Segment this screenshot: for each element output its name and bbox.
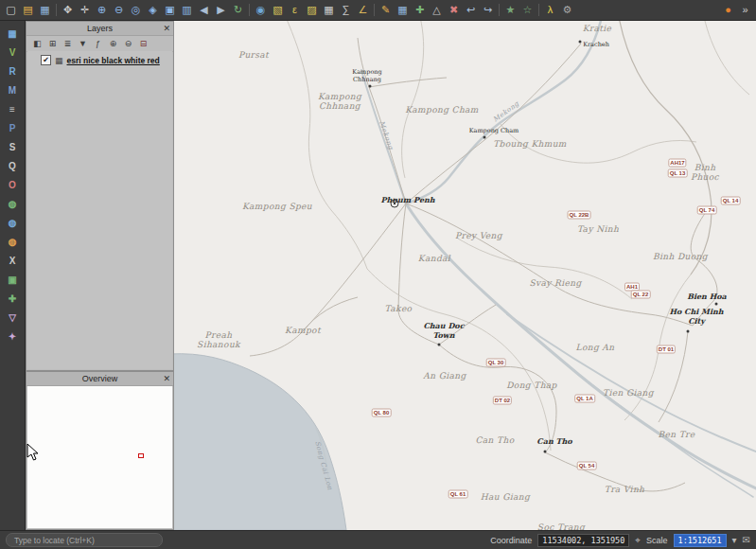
- add-feature-icon[interactable]: ✚: [412, 2, 428, 18]
- region-label: Kandal: [418, 254, 450, 263]
- open-attribute-table-icon[interactable]: ▦: [321, 2, 337, 18]
- road-shield: AH1: [624, 283, 640, 292]
- region-label: Can Tho: [476, 435, 515, 445]
- qgis-window: ▢▤▦✥✛⊕⊖◎◈▣▥◀▶↻◉▧ε▨▦∑∠✎▦✚△✖↩↪★☆λ⚙●» ▦VRM≡…: [0, 0, 756, 549]
- add-spatialite-layer-icon[interactable]: S: [4, 139, 21, 154]
- measure-line-icon[interactable]: ∠: [355, 2, 371, 18]
- river-label: Song Cai Lon: [313, 440, 334, 491]
- map-canvas[interactable]: KratiePursatKampong ChhnangKampong ChamT…: [174, 21, 756, 530]
- city-label: Kracheh: [583, 41, 609, 48]
- toolbar-overflow-icon[interactable]: »: [737, 2, 753, 18]
- add-mesh-layer-icon[interactable]: M: [4, 82, 21, 97]
- add-delimited-text-icon[interactable]: ≡: [4, 101, 21, 116]
- new-bookmark-icon[interactable]: ★: [502, 2, 519, 18]
- overview-map[interactable]: [27, 386, 172, 528]
- region-label: Soc Trang: [537, 522, 585, 530]
- road-shield: AH17: [668, 159, 686, 168]
- filter-by-expression-icon[interactable]: ƒ: [92, 38, 104, 50]
- delete-selected-icon[interactable]: ✖: [446, 2, 462, 18]
- select-by-expression-icon[interactable]: ε: [287, 2, 303, 18]
- road-shield: QL 30: [486, 359, 506, 367]
- new-geopackage-layer-icon[interactable]: ▣: [4, 272, 21, 287]
- zoom-next-icon[interactable]: ▶: [213, 2, 229, 18]
- scale-dropdown-icon[interactable]: ▾: [732, 535, 737, 545]
- river-label: Mekong: [492, 99, 520, 123]
- data-source-manager-icon[interactable]: ▦: [4, 26, 21, 41]
- road-shield: QL 80: [372, 409, 392, 417]
- add-wms-layer-icon[interactable]: ◍: [4, 196, 21, 211]
- collapse-all-icon[interactable]: ⊖: [122, 38, 134, 50]
- city-label: Phnum Penh: [380, 195, 434, 204]
- zoom-to-layer-icon[interactable]: ▥: [179, 2, 195, 18]
- road-shield: QL 1A: [574, 395, 595, 403]
- region-label: Preah Sihanouk: [197, 330, 240, 349]
- zoom-full-icon[interactable]: ◈: [145, 2, 161, 18]
- map-refresh-icon[interactable]: ↻: [230, 2, 246, 18]
- processing-toolbox-icon[interactable]: ⚙: [559, 2, 575, 18]
- road-shield: QL 14: [721, 197, 741, 205]
- road-shield: DT 02: [493, 397, 512, 405]
- identify-features-icon[interactable]: ◉: [253, 2, 269, 18]
- style-manager-icon[interactable]: ✦: [4, 328, 21, 344]
- add-postgis-layer-icon[interactable]: P: [4, 120, 21, 135]
- undo-icon[interactable]: ↩: [463, 2, 479, 18]
- pan-to-selection-icon[interactable]: ✛: [77, 2, 93, 18]
- project-open-icon[interactable]: ▤: [20, 2, 36, 18]
- add-group-icon[interactable]: ⊞: [46, 38, 59, 50]
- filter-legend-icon[interactable]: ▼: [77, 38, 89, 50]
- new-virtual-layer-icon[interactable]: ▽: [4, 310, 21, 325]
- zoom-to-selection-icon[interactable]: ▣: [162, 2, 178, 18]
- toggle-editing-icon[interactable]: ✎: [378, 2, 394, 18]
- road-shield: QL 54: [577, 462, 597, 470]
- manage-map-themes-icon[interactable]: ≣: [62, 38, 74, 50]
- scale-field[interactable]: 1:1512651: [674, 534, 727, 547]
- region-label: Kampong Speu: [242, 202, 312, 211]
- layer-name[interactable]: esri nice black white red: [67, 56, 160, 65]
- city-label: Ho Chi Minh City: [669, 307, 723, 326]
- project-save-icon[interactable]: ▦: [37, 2, 53, 18]
- save-layer-edits-icon[interactable]: ▦: [395, 2, 411, 18]
- field-calculator-icon[interactable]: ∑: [338, 2, 354, 18]
- add-wfs-layer-icon[interactable]: ◍: [4, 234, 21, 249]
- add-xyz-layer-icon[interactable]: X: [4, 253, 21, 268]
- expand-all-icon[interactable]: ⊕: [107, 38, 119, 50]
- show-bookmarks-icon[interactable]: ☆: [519, 2, 536, 18]
- region-label: Dong Thap: [506, 381, 557, 390]
- redo-icon[interactable]: ↪: [480, 2, 496, 18]
- add-vector-layer-icon[interactable]: V: [4, 44, 21, 60]
- pan-map-icon[interactable]: ✥: [60, 2, 76, 18]
- notification-dot-icon[interactable]: ●: [720, 2, 736, 18]
- project-new-icon[interactable]: ▢: [3, 2, 19, 18]
- messages-icon[interactable]: ✉: [743, 535, 750, 545]
- city-label: Kampong Chhnang: [352, 68, 381, 83]
- add-mssql-layer-icon[interactable]: Q: [4, 158, 21, 173]
- region-label: Pursat: [238, 50, 269, 60]
- zoom-in-icon[interactable]: ⊕: [94, 2, 110, 18]
- add-raster-layer-icon[interactable]: R: [4, 63, 21, 79]
- zoom-last-icon[interactable]: ◀: [196, 2, 212, 18]
- add-wcs-layer-icon[interactable]: ◍: [4, 215, 21, 230]
- python-console-icon[interactable]: λ: [542, 2, 558, 18]
- region-label: Kampong Chhnang: [318, 92, 361, 111]
- deselect-features-icon[interactable]: ▨: [304, 2, 320, 18]
- extents-icon[interactable]: ⌖: [635, 535, 641, 546]
- layer-item[interactable]: ✔ ▦ esri nice black white red: [27, 51, 172, 65]
- zoom-native-icon[interactable]: ◎: [128, 2, 144, 18]
- close-icon[interactable]: ✕: [163, 22, 170, 35]
- layer-visibility-checkbox[interactable]: ✔: [41, 55, 51, 65]
- zoom-out-icon[interactable]: ⊖: [111, 2, 127, 18]
- vertex-tool-icon[interactable]: △: [429, 2, 445, 18]
- locate-input[interactable]: Type to locate (Ctrl+K): [6, 533, 163, 547]
- coordinate-field[interactable]: 11534002, 1351950: [537, 534, 629, 547]
- remove-layer-icon[interactable]: ⊟: [137, 38, 149, 50]
- region-label: Tay Ninh: [577, 224, 619, 234]
- add-oracle-layer-icon[interactable]: O: [4, 177, 21, 192]
- open-layer-styling-icon[interactable]: ◧: [31, 38, 44, 50]
- region-label: Binh Duong: [653, 252, 708, 261]
- scale-label: Scale: [646, 536, 668, 545]
- close-icon[interactable]: ✕: [163, 372, 170, 385]
- new-shapefile-layer-icon[interactable]: ✚: [4, 291, 21, 306]
- select-features-icon[interactable]: ▧: [270, 2, 286, 18]
- region-label: Ben Tre: [658, 430, 694, 439]
- main-toolbar: ▢▤▦✥✛⊕⊖◎◈▣▥◀▶↻◉▧ε▨▦∑∠✎▦✚△✖↩↪★☆λ⚙●»: [0, 0, 756, 21]
